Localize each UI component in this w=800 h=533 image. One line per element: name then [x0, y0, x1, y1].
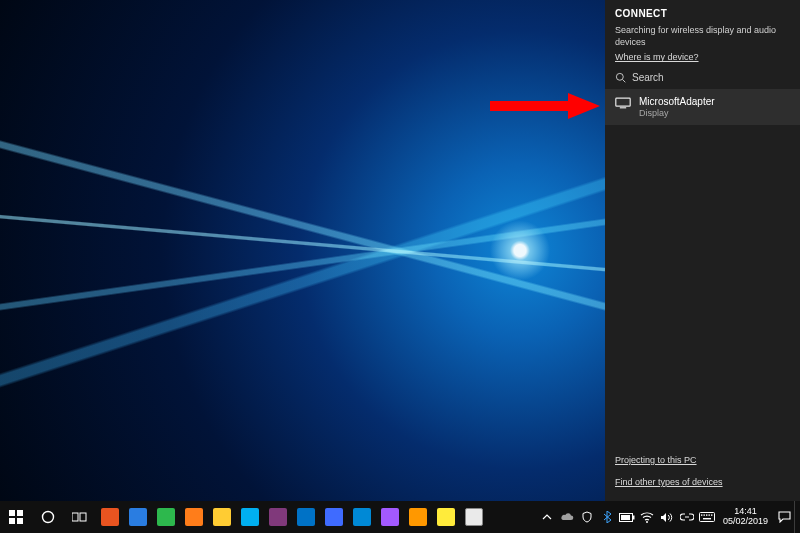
device-item-microsoftadapter[interactable]: MicrosoftAdapter Display [605, 89, 800, 125]
svg-rect-8 [9, 518, 15, 524]
taskbar-app-firefox[interactable] [180, 501, 208, 533]
onenote-icon [269, 508, 287, 526]
svg-rect-20 [703, 514, 704, 515]
taskbar-app-skype[interactable] [236, 501, 264, 533]
svg-rect-4 [616, 99, 630, 107]
svg-rect-22 [708, 514, 709, 515]
show-desktop-button[interactable] [794, 501, 800, 533]
tray-overflow-icon[interactable] [537, 501, 557, 533]
link-icon[interactable] [677, 501, 697, 533]
cortana-button[interactable] [32, 501, 64, 533]
cortana-icon [41, 510, 55, 524]
start-icon [9, 510, 23, 524]
task-view-button[interactable] [64, 501, 96, 533]
taskbar-app-outlook[interactable] [292, 501, 320, 533]
start-button[interactable] [0, 501, 32, 533]
taskbar-app-sublime[interactable] [404, 501, 432, 533]
taskview-icon [72, 511, 88, 523]
svg-rect-12 [80, 513, 86, 521]
taskbar-app-figma[interactable] [376, 501, 404, 533]
edge-icon [129, 508, 147, 526]
taskbar-app-onenote[interactable] [264, 501, 292, 533]
taskbar-app-chrome[interactable] [152, 501, 180, 533]
svg-rect-15 [621, 515, 630, 520]
find-other-devices-link[interactable]: Find other types of devices [615, 477, 790, 487]
taskbar-clock[interactable]: 14:41 05/02/2019 [717, 507, 774, 527]
svg-rect-18 [703, 518, 711, 519]
wifi-icon[interactable] [637, 501, 657, 533]
taskbar-app-todo[interactable] [320, 501, 348, 533]
skype-icon [241, 508, 259, 526]
action-center-icon[interactable] [774, 501, 794, 533]
device-name: MicrosoftAdapter [639, 96, 715, 107]
search-placeholder: Search [632, 72, 664, 83]
clock-date: 05/02/2019 [723, 517, 768, 527]
outlook-icon [297, 508, 315, 526]
bluetooth-icon[interactable] [597, 501, 617, 533]
display-icon [615, 97, 631, 109]
notepad-icon [437, 508, 455, 526]
search-icon [615, 72, 626, 83]
projecting-to-this-pc-link[interactable]: Projecting to this PC [615, 455, 790, 465]
svg-point-10 [43, 512, 54, 523]
sublime-icon [409, 508, 427, 526]
where-is-my-device-link[interactable]: Where is my device? [615, 52, 699, 62]
taskbar-app-ubuntu[interactable] [96, 501, 124, 533]
chrome-icon [157, 508, 175, 526]
figma-icon [381, 508, 399, 526]
todo-icon [325, 508, 343, 526]
explorer-icon [213, 508, 231, 526]
taskbar: 14:41 05/02/2019 [0, 501, 800, 533]
svg-rect-6 [9, 510, 15, 516]
svg-rect-11 [72, 513, 78, 521]
basecamp-icon [465, 508, 483, 526]
svg-rect-14 [633, 515, 635, 519]
azure-icon [353, 508, 371, 526]
svg-rect-21 [706, 514, 707, 515]
connect-panel: CONNECT Searching for wireless display a… [605, 0, 800, 501]
onedrive-icon[interactable] [557, 501, 577, 533]
keyboard-icon[interactable] [697, 501, 717, 533]
taskbar-app-azure[interactable] [348, 501, 376, 533]
svg-rect-9 [17, 518, 23, 524]
svg-rect-7 [17, 510, 23, 516]
svg-rect-17 [699, 513, 714, 522]
taskbar-app-basecamp[interactable] [460, 501, 488, 533]
taskbar-app-notepad[interactable] [432, 501, 460, 533]
connect-title: CONNECT [615, 8, 790, 19]
svg-point-2 [616, 74, 623, 81]
ubuntu-icon [101, 508, 119, 526]
device-type: Display [639, 108, 715, 118]
taskbar-app-edge[interactable] [124, 501, 152, 533]
svg-rect-23 [711, 514, 712, 515]
search-input[interactable]: Search [615, 72, 790, 83]
battery-icon[interactable] [617, 501, 637, 533]
firefox-icon [185, 508, 203, 526]
svg-line-3 [623, 80, 626, 83]
svg-point-16 [646, 521, 648, 523]
security-icon[interactable] [577, 501, 597, 533]
taskbar-app-explorer[interactable] [208, 501, 236, 533]
volume-icon[interactable] [657, 501, 677, 533]
svg-rect-19 [701, 514, 702, 515]
searching-status: Searching for wireless display and audio… [615, 25, 790, 48]
